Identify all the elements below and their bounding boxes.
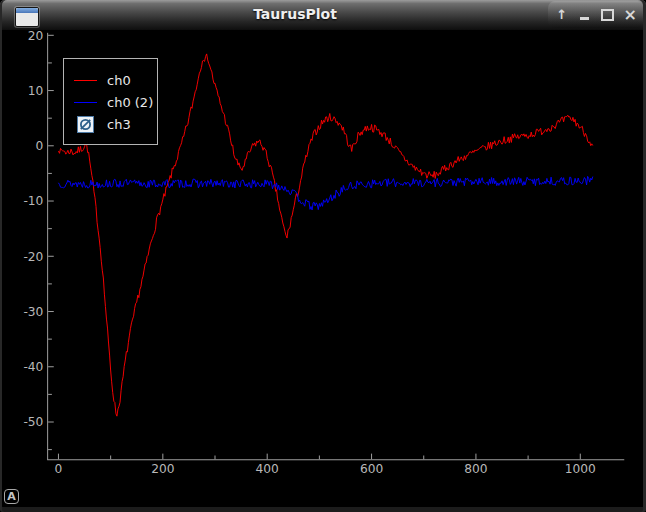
x-tick-label: 800	[464, 462, 487, 476]
window-title: TaurusPlot	[44, 0, 546, 30]
y-tick-label: -10	[23, 194, 43, 208]
legend-line-sample	[72, 80, 98, 81]
x-tick-label: 400	[256, 462, 279, 476]
x-tick-label: 600	[360, 462, 383, 476]
keep-above-icon[interactable]: ↑	[553, 6, 571, 24]
close-icon[interactable]: ×	[621, 6, 639, 24]
legend-item-ch0[interactable]: ch0	[72, 69, 151, 91]
taurusplot-window: TaurusPlot ↑ × 20100-10-20-30-40-5002004…	[0, 0, 646, 512]
titlebar[interactable]: TaurusPlot ↑ ×	[0, 0, 646, 30]
crossed-circle-icon	[77, 116, 94, 133]
legend-item-ch0-2[interactable]: ch0 (2)	[72, 91, 151, 113]
x-tick-label: 200	[151, 462, 174, 476]
y-tick-label: 10	[28, 84, 44, 98]
legend-item-ch3[interactable]: ch3	[72, 113, 151, 135]
y-tick-label: 20	[28, 30, 44, 43]
y-tick-label: -50	[23, 415, 43, 429]
y-tick-label: -40	[23, 360, 43, 374]
maximize-icon[interactable]	[598, 6, 616, 24]
y-tick-label: -20	[23, 250, 43, 264]
legend-label: ch3	[107, 117, 131, 132]
legend-line-sample	[72, 102, 98, 103]
legend-label: ch0	[107, 73, 131, 88]
curve-color-line	[74, 80, 97, 81]
maximize-box	[601, 9, 614, 21]
y-tick-label: 0	[36, 139, 44, 153]
legend-label: ch0 (2)	[107, 95, 153, 110]
window-controls: ↑ ×	[548, 1, 644, 28]
minimize-icon[interactable]	[576, 6, 594, 24]
x-tick-label: 1000	[565, 462, 596, 476]
window-app-icon[interactable]	[15, 7, 39, 27]
minimize-bar	[580, 17, 589, 20]
autoscale-button[interactable]: A	[4, 489, 19, 504]
plot-legend: ch0ch0 (2)ch3	[63, 58, 158, 145]
curve-hidden-icon	[72, 116, 98, 133]
x-tick-label: 0	[55, 462, 63, 476]
curve-color-line	[74, 102, 97, 103]
y-tick-label: -30	[23, 305, 43, 319]
